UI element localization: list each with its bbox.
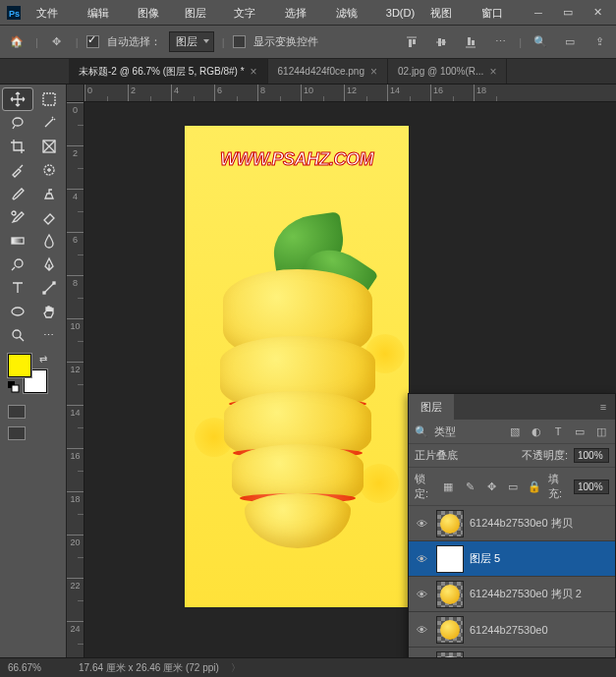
window-minimize[interactable]: ─	[524, 1, 553, 25]
spot-heal-tool[interactable]	[34, 159, 64, 181]
workspace-icon[interactable]: ▭	[559, 31, 581, 53]
foreground-color[interactable]	[8, 354, 31, 377]
distribute-icon[interactable]: ⋯	[489, 31, 511, 53]
doc-tab-3[interactable]: 02.jpg @ 100%(R... ×	[388, 59, 507, 84]
quickmask-mode[interactable]	[8, 405, 26, 419]
show-transform-checkbox[interactable]	[233, 35, 246, 48]
align-top-icon[interactable]	[401, 31, 422, 53]
filter-type-dropdown[interactable]: 类型	[434, 424, 456, 439]
auto-select-dropdown[interactable]: 图层	[169, 31, 214, 52]
auto-select-checkbox[interactable]	[86, 35, 99, 48]
blur-tool[interactable]	[34, 230, 64, 252]
menu-image[interactable]: 图像(I)	[130, 1, 177, 25]
move-tool[interactable]	[3, 88, 32, 110]
move-tool-icon[interactable]: ✥	[46, 31, 68, 53]
doc-tab-2[interactable]: 61244d424f0ce.png ×	[268, 59, 388, 84]
filter-shape-icon[interactable]: ▭	[572, 423, 588, 439]
type-tool[interactable]	[3, 277, 32, 299]
frame-tool[interactable]	[34, 136, 64, 157]
hand-tool[interactable]	[34, 301, 64, 322]
lock-all-icon[interactable]: 🔒	[527, 479, 542, 494]
eyedropper-tool[interactable]	[3, 159, 32, 181]
align-vcenter-icon[interactable]	[430, 31, 452, 53]
brush-tool[interactable]	[3, 183, 32, 204]
layer-thumbnail[interactable]	[436, 616, 464, 644]
layer-name[interactable]: 61244b27530e0	[470, 624, 611, 636]
close-icon[interactable]: ×	[251, 65, 257, 79]
visibility-icon[interactable]: 👁	[413, 515, 430, 533]
layer-name[interactable]: 61244b27530e0 拷贝 2	[470, 587, 611, 601]
crop-tool[interactable]	[3, 136, 32, 157]
menu-view[interactable]: 视图(V)	[422, 1, 474, 25]
layer-name[interactable]: 61244b27530e0 拷贝	[470, 516, 611, 531]
close-icon[interactable]: ×	[370, 65, 377, 79]
lock-pixels-icon[interactable]: ✎	[462, 479, 477, 494]
ruler-origin[interactable]	[67, 85, 84, 102]
ruler-vertical[interactable]: 024681012141618202224	[67, 102, 84, 657]
menu-edit[interactable]: 编辑(E)	[80, 1, 131, 25]
layer-row[interactable]: 👁 图层 5	[409, 541, 615, 577]
doc-tab-1[interactable]: 未标题-2 @ 66.7% (图层 5, RGB/8#) * ×	[69, 59, 268, 84]
swap-colors-icon[interactable]: ⇄	[39, 354, 47, 365]
lock-artboard-icon[interactable]: ▭	[505, 479, 521, 494]
home-icon[interactable]: 🏠	[6, 31, 28, 53]
default-colors-icon[interactable]	[8, 381, 20, 393]
lock-transparent-icon[interactable]: ▦	[440, 479, 456, 494]
menu-select[interactable]: 选择(S)	[277, 1, 328, 25]
panel-menu-icon[interactable]: ≡	[591, 394, 615, 420]
visibility-icon[interactable]: 👁	[413, 656, 430, 658]
menu-file[interactable]: 文件(F)	[28, 1, 79, 25]
blend-mode-dropdown[interactable]: 正片叠底	[415, 448, 516, 463]
canvas-area[interactable]: 024681012141618 024681012141618202224 WW…	[67, 85, 616, 657]
layer-row[interactable]: 👁 椭圆 1	[409, 648, 615, 657]
filter-adjust-icon[interactable]: ◐	[529, 423, 544, 439]
layer-thumbnail[interactable]	[436, 651, 464, 658]
svg-point-15	[12, 211, 16, 215]
layer-row[interactable]: 👁 61244b27530e0 拷贝 2	[409, 577, 615, 612]
filter-pixel-icon[interactable]: ▧	[507, 423, 523, 439]
clone-stamp-tool[interactable]	[34, 183, 64, 204]
zoom-tool[interactable]	[3, 324, 32, 346]
visibility-icon[interactable]: 👁	[413, 550, 430, 568]
layer-thumbnail[interactable]	[436, 545, 464, 573]
opacity-input[interactable]	[574, 448, 609, 463]
panel-tab-layers[interactable]: 图层	[409, 394, 454, 420]
document-canvas[interactable]: WWW.PSAHZ.COM	[185, 126, 409, 607]
filter-smart-icon[interactable]: ◫	[593, 423, 609, 439]
shape-tool[interactable]	[3, 301, 32, 322]
window-close[interactable]: ✕	[583, 1, 612, 25]
search-icon[interactable]: 🔍	[530, 31, 551, 53]
filter-type-icon[interactable]: T	[550, 423, 566, 439]
dodge-tool[interactable]	[3, 254, 32, 275]
fill-input[interactable]	[574, 480, 609, 494]
layer-thumbnail[interactable]	[436, 581, 464, 608]
visibility-icon[interactable]: 👁	[413, 621, 430, 639]
history-brush-tool[interactable]	[3, 206, 32, 228]
layer-row[interactable]: 👁 61244b27530e0	[409, 612, 615, 648]
marquee-tool[interactable]	[34, 88, 64, 110]
window-maximize[interactable]: ▭	[553, 1, 583, 25]
gradient-tool[interactable]	[3, 230, 32, 252]
menu-type[interactable]: 文字(Y)	[226, 1, 277, 25]
ruler-horizontal[interactable]: 024681012141618	[84, 85, 616, 102]
menu-layer[interactable]: 图层(L)	[177, 1, 227, 25]
lock-position-icon[interactable]: ✥	[483, 479, 499, 494]
layer-row[interactable]: 👁 61244b27530e0 拷贝	[409, 506, 615, 541]
magic-wand-tool[interactable]	[34, 112, 64, 134]
menu-window[interactable]: 窗口(W	[474, 1, 524, 25]
visibility-icon[interactable]: 👁	[413, 586, 430, 603]
layer-name[interactable]: 图层 5	[470, 551, 611, 566]
layer-thumbnail[interactable]	[436, 510, 464, 537]
zoom-input[interactable]	[8, 662, 67, 673]
path-tool[interactable]	[34, 277, 64, 299]
screen-mode[interactable]	[8, 426, 26, 440]
lasso-tool[interactable]	[3, 112, 32, 134]
edit-toolbar[interactable]: ⋯	[34, 324, 64, 346]
menu-3d[interactable]: 3D(D)	[378, 1, 422, 25]
pen-tool[interactable]	[34, 254, 64, 275]
menu-filter[interactable]: 滤镜(T)	[328, 1, 378, 25]
share-icon[interactable]: ⇪	[588, 31, 610, 53]
close-icon[interactable]: ×	[489, 65, 496, 79]
align-bottom-icon[interactable]	[460, 31, 481, 53]
eraser-tool[interactable]	[34, 206, 64, 228]
